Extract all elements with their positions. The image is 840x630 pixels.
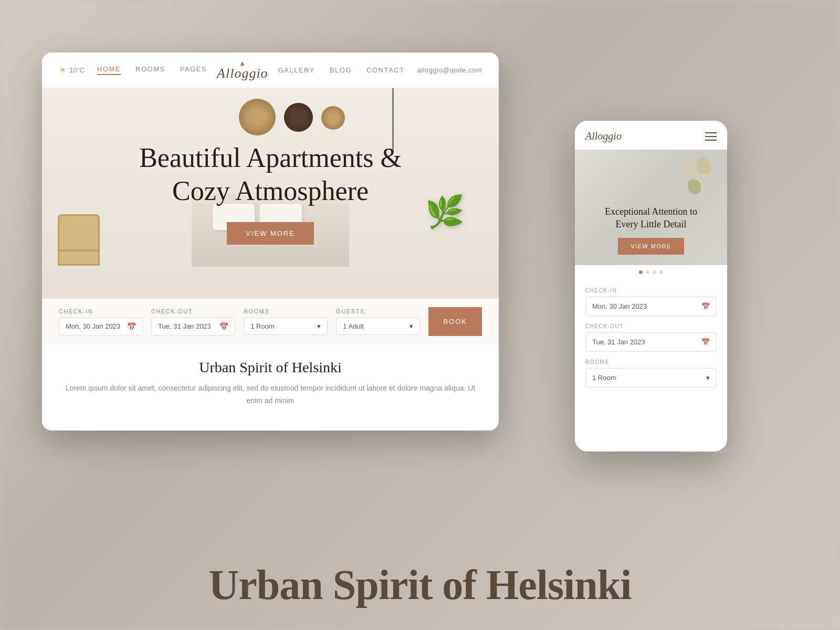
book-button[interactable]: BOOK: [428, 307, 482, 336]
dot-3[interactable]: [653, 270, 656, 274]
weather-widget: ☀ 10°C: [59, 65, 85, 75]
sun-icon: ☀: [59, 65, 66, 75]
plant-leaves-icon: 🌿: [425, 195, 465, 229]
mobile-rooms-label: ROOMS: [585, 359, 717, 365]
chevron-down-icon-2: ▾: [410, 322, 413, 330]
nav-contact[interactable]: CONTACT: [366, 66, 404, 74]
mobile-logo[interactable]: Alloggio: [585, 130, 622, 142]
desktop-logo[interactable]: Alloggio: [217, 59, 268, 81]
checkout-value: Tue, 31 Jan 2023: [158, 322, 211, 330]
hamburger-line-3: [705, 140, 717, 141]
mobile-rooms-select[interactable]: 1 Room ▾: [585, 368, 717, 387]
temperature: 10°C: [69, 66, 85, 74]
calendar-icon: 📅: [127, 322, 136, 331]
nav-blog[interactable]: BLOG: [330, 66, 352, 74]
mobile-rooms-field: ROOMS 1 Room ▾: [585, 359, 717, 387]
checkin-input[interactable]: Mon, 30 Jan 2023 📅: [59, 318, 143, 335]
hero-view-more-button[interactable]: VIEW MORE: [227, 222, 314, 245]
section-title: Urban Spirit of Helsinki: [59, 359, 482, 376]
mobile-calendar-icon-2: 📅: [701, 338, 710, 346]
nav-links: HOME ROOMS PAGES: [97, 65, 207, 75]
nav-rooms[interactable]: ROOMS: [135, 65, 165, 75]
woven-circle-1: [239, 99, 276, 135]
hero-text: Beautiful Apartments & Cozy Atmosphere V…: [139, 142, 402, 245]
checkout-input[interactable]: Tue, 31 Jan 2023 📅: [151, 318, 235, 335]
hamburger-line-2: [705, 136, 717, 137]
mobile-checkout-input[interactable]: Tue, 31 Jan 2023 📅: [585, 332, 717, 352]
nav-left: ☀ 10°C HOME ROOMS PAGES: [59, 65, 207, 75]
nav-pages[interactable]: PAGES: [180, 65, 207, 75]
mobile-booking-form: CHECK-IN Mon, 30 Jan 2023 📅 CHECK-OUT Tu…: [575, 279, 727, 403]
mobile-chevron-down-icon: ▾: [706, 374, 710, 382]
dot-2[interactable]: [646, 270, 649, 274]
mobile-calendar-icon: 📅: [701, 302, 710, 310]
nav-home[interactable]: HOME: [97, 65, 121, 75]
mobile-checkin-input[interactable]: Mon, 30 Jan 2023 📅: [585, 297, 717, 316]
mobile-checkout-value: Tue, 31 Jan 2023: [592, 338, 645, 346]
nav-links-right: GALLERY BLOG CONTACT: [278, 66, 405, 74]
checkout-field: CHECK-OUT Tue, 31 Jan 2023 📅: [151, 308, 235, 335]
checkin-field: CHECK-IN Mon, 30 Jan 2023 📅: [59, 308, 143, 335]
mobile-checkin-value: Mon, 30 Jan 2023: [592, 302, 647, 310]
chair-back: [58, 214, 100, 251]
chevron-down-icon: ▾: [317, 322, 321, 330]
mobile-nav: Alloggio: [575, 121, 727, 150]
mobile-hero: Exceptional Attention to Every Little De…: [575, 150, 727, 265]
mobile-mockup: Alloggio Exceptional Attention to Every …: [575, 121, 727, 452]
art-blob-3: [688, 180, 701, 194]
desktop-nav: ☀ 10°C HOME ROOMS PAGES Alloggio GALLERY…: [42, 52, 499, 88]
mobile-checkout-field: CHECK-OUT Tue, 31 Jan 2023 📅: [585, 323, 717, 352]
chair-seat: [58, 250, 100, 266]
mobile-checkin-field: CHECK-IN Mon, 30 Jan 2023 📅: [585, 288, 717, 316]
dot-1[interactable]: [639, 270, 643, 274]
rooms-label: ROOMS: [244, 308, 328, 314]
section-text: Lorem ipsum dolor sit amet, consectetur …: [59, 382, 482, 407]
checkout-label: CHECK-OUT: [151, 308, 235, 314]
rooms-select[interactable]: 1 Room ▾: [244, 318, 328, 335]
dots-indicator: [575, 265, 727, 279]
desktop-mockup: ☀ 10°C HOME ROOMS PAGES Alloggio GALLERY…: [42, 52, 499, 430]
desktop-hero: 🌿 Beautiful Apartments & Cozy Atmosphere…: [42, 88, 499, 298]
mobile-checkin-label: CHECK-IN: [585, 288, 717, 293]
checkin-value: Mon, 30 Jan 2023: [66, 322, 120, 330]
art-blob-2: [697, 158, 711, 174]
woven-circle-2: [284, 103, 313, 132]
mobile-checkout-label: CHECK-OUT: [585, 323, 717, 329]
guests-select[interactable]: 1 Adult ▾: [336, 318, 420, 335]
mobile-hero-text: Exceptional Attention to Every Little De…: [594, 206, 708, 255]
rooms-value: 1 Room: [250, 322, 275, 330]
calendar-icon-2: 📅: [219, 322, 228, 331]
mobile-view-more-button[interactable]: VIEW MORE: [618, 238, 684, 255]
dot-4[interactable]: [659, 270, 663, 274]
booking-bar: CHECK-IN Mon, 30 Jan 2023 📅 CHECK-OUT Tu…: [42, 298, 499, 344]
content-section: Urban Spirit of Helsinki Lorem ipsum dol…: [42, 344, 499, 422]
abstract-art: [675, 155, 717, 197]
checkin-label: CHECK-IN: [59, 308, 143, 314]
chair: [58, 214, 105, 272]
background-text: Urban Spirit of Helsinki: [208, 561, 631, 609]
mobile-hero-title: Exceptional Attention to Every Little De…: [605, 206, 697, 230]
guests-field: GUESTS: 1 Adult ▾: [336, 308, 420, 335]
hamburger-line-1: [705, 132, 717, 133]
hamburger-menu[interactable]: [705, 132, 717, 141]
hero-title: Beautiful Apartments & Cozy Atmosphere: [139, 142, 402, 207]
nav-gallery[interactable]: GALLERY: [278, 66, 315, 74]
rooms-field: ROOMS 1 Room ▾: [244, 308, 328, 335]
plant: 🌿: [425, 193, 467, 256]
woven-circle-3: [321, 106, 345, 130]
guests-value: 1 Adult: [343, 322, 364, 330]
wall-decor: [239, 99, 345, 135]
mobile-rooms-value: 1 Room: [592, 374, 616, 382]
nav-email: alloggio@qode.com: [417, 66, 482, 74]
guests-label: GUESTS:: [336, 308, 420, 314]
